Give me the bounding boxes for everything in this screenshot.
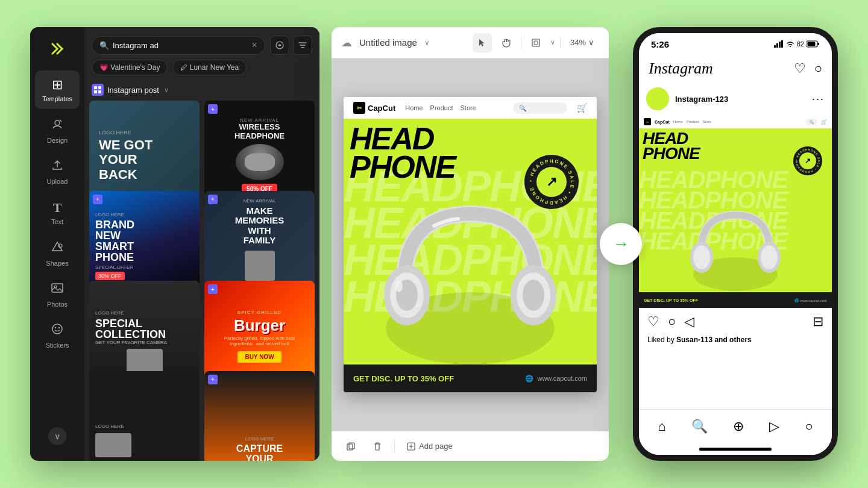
sidebar-item-templates[interactable]: ⊞ Templates xyxy=(35,70,80,109)
svg-rect-14 xyxy=(534,41,538,45)
add-page-button[interactable]: Add page xyxy=(402,439,458,453)
svg-rect-12 xyxy=(98,90,101,93)
home-nav-icon[interactable]: ⌂ xyxy=(658,419,665,434)
ig-likes: Liked by Susan-113 and others xyxy=(639,336,832,348)
share-button[interactable]: ◁ xyxy=(684,314,694,330)
bottom-divider xyxy=(394,440,395,452)
message-icon[interactable]: ○ xyxy=(814,61,822,77)
mini-search: 🔍 xyxy=(806,119,817,125)
card2-img xyxy=(236,144,284,180)
shapes-icon xyxy=(51,240,64,257)
card4-product-img xyxy=(245,251,275,281)
card7-img xyxy=(95,433,131,457)
profile-nav-icon[interactable]: ○ xyxy=(805,419,813,434)
globe-icon: 🌐 xyxy=(525,375,533,383)
ad-logo-text: CapCut xyxy=(368,104,395,113)
editor-panel: ⊞ Templates Design xyxy=(30,27,319,461)
svg-text:• HEADPHONE SALE • HEADPHONE S: • HEADPHONE SALE • HEADPHONE SALE • xyxy=(793,146,820,174)
search-actions xyxy=(270,36,312,55)
sidebar-item-text[interactable]: T Text xyxy=(35,193,80,232)
category-label: Instagram post xyxy=(107,86,159,95)
template-card-8[interactable]: LOGO HERE CAPTUREYOURMOMENT + xyxy=(204,371,315,461)
sidebar-text-label: Text xyxy=(51,218,63,225)
sidebar-photos-label: Photos xyxy=(47,301,68,308)
ig-header: Instagram ♡ ○ xyxy=(639,55,832,83)
wifi-icon xyxy=(786,40,794,48)
svg-rect-9 xyxy=(94,86,97,89)
mini-circle-badge: • HEADPHONE SALE • HEADPHONE SALE • ↗ xyxy=(793,146,822,175)
card3-headline: BRANDNEWSMARTPHONE xyxy=(95,219,193,263)
card4-headline: MAKEMEMORIESWITHFAMILY xyxy=(235,206,285,246)
ai-search-button[interactable] xyxy=(270,36,289,55)
mini-headphone xyxy=(684,202,787,292)
comment-button[interactable]: ○ xyxy=(668,314,676,330)
card2-headphone-shape xyxy=(245,153,275,171)
like-button[interactable]: ♡ xyxy=(647,314,659,330)
canvas-title-dropdown-icon[interactable]: ∨ xyxy=(424,39,430,47)
card6-sub: Perfectly grilled, topped with bestingre… xyxy=(224,336,295,346)
add-page-label: Add page xyxy=(419,442,453,451)
card5-logo: LOGO HERE xyxy=(95,310,193,316)
sidebar-item-design[interactable]: Design xyxy=(35,111,80,150)
reels-nav-icon[interactable]: ▷ xyxy=(769,419,779,434)
duplicate-page-button[interactable] xyxy=(341,437,360,456)
mini-logo-icon: ✂ xyxy=(644,118,651,125)
sidebar: ⊞ Templates Design xyxy=(30,27,84,461)
svg-rect-30 xyxy=(781,40,783,48)
text-icon: T xyxy=(53,200,62,216)
search-wrapper[interactable]: 🔍 ✕ xyxy=(92,36,265,55)
hand-tool-button[interactable] xyxy=(497,33,516,52)
sidebar-item-stickers[interactable]: Stickers xyxy=(35,316,80,355)
ad-nav: ✂ CapCut Home Product Store 🔍 🛒 xyxy=(344,97,597,119)
ad-footer: GET DISC. UP TO 35% OFF 🌐 www.capcut.com xyxy=(344,364,597,392)
card3-label: LOGO HERE xyxy=(95,212,193,217)
category-header[interactable]: Instagram post ∨ xyxy=(84,81,319,101)
frame-dropdown-arrow[interactable]: ∨ xyxy=(550,39,555,46)
zoom-value: 34% xyxy=(570,38,586,47)
canvas-workspace[interactable]: ✂ CapCut Home Product Store 🔍 🛒 HEADPHON… xyxy=(332,58,609,431)
sidebar-upload-label: Upload xyxy=(47,178,68,185)
phone-nav: ⌂ 🔍 ⊕ ▷ ○ xyxy=(639,409,832,443)
stickers-icon xyxy=(51,322,64,339)
canvas-title: Untitled image xyxy=(359,37,417,48)
photos-icon xyxy=(51,281,64,298)
frame-tool-button[interactable] xyxy=(526,33,546,52)
filter-button[interactable] xyxy=(293,36,312,55)
add-nav-icon[interactable]: ⊕ xyxy=(733,419,744,434)
bookmark-button[interactable]: ⊟ xyxy=(813,314,823,330)
app-logo[interactable] xyxy=(45,37,69,61)
transition-arrow: → xyxy=(600,223,642,265)
zoom-control[interactable]: 34% ∨ xyxy=(565,36,599,49)
clear-search-icon[interactable]: ✕ xyxy=(251,41,257,49)
mini-ad-footer: GET DISC. UP TO 35% OFF 🌐 www.capcut.com xyxy=(639,292,832,308)
canvas-area: ☁ Untitled image ∨ xyxy=(332,27,609,461)
sidebar-item-shapes[interactable]: Shapes xyxy=(35,234,80,273)
mini-footer-discount: GET DISC. UP TO 35% OFF xyxy=(644,298,791,302)
card6-label: SPICY GRILLED xyxy=(237,310,281,315)
card2-title: WIRELESSHEADPHONE xyxy=(234,123,285,140)
template-card-7[interactable]: LOGO HERE 123-456-7890 info@email.com xyxy=(89,371,200,461)
arrow-right-icon: → xyxy=(612,234,629,254)
sidebar-item-photos[interactable]: Photos xyxy=(35,275,80,314)
search-input[interactable] xyxy=(113,41,248,50)
card3-plus-badge: + xyxy=(93,195,102,204)
mini-cart-icon: 🛒 xyxy=(821,119,827,125)
ig-more-icon[interactable]: ··· xyxy=(812,93,825,105)
main-container: ⊞ Templates Design xyxy=(30,27,838,461)
svg-rect-10 xyxy=(98,86,101,89)
phone-notch-area: 5:26 82 xyxy=(639,33,832,55)
battery-level: 82 xyxy=(797,40,804,48)
tag-valentines[interactable]: 💗 Valentine's Day xyxy=(92,60,168,75)
tag-lunar[interactable]: 🖊 Lunar New Yea xyxy=(172,60,247,75)
card4-new-arrival: NEW ARRIVAL xyxy=(243,198,275,204)
home-indicator xyxy=(699,448,772,451)
search-nav-icon[interactable]: 🔍 xyxy=(691,419,708,434)
card2-plus-badge: + xyxy=(208,104,218,114)
sidebar-more-button[interactable]: ∨ xyxy=(48,427,66,445)
likes-users: Susan-113 and others xyxy=(676,336,752,344)
tag-valentines-label: 💗 Valentine's Day xyxy=(99,63,160,72)
sidebar-item-upload[interactable]: Upload xyxy=(35,152,80,191)
delete-page-button[interactable] xyxy=(368,437,387,456)
heart-icon[interactable]: ♡ xyxy=(794,61,806,77)
cursor-tool-button[interactable] xyxy=(473,33,492,52)
